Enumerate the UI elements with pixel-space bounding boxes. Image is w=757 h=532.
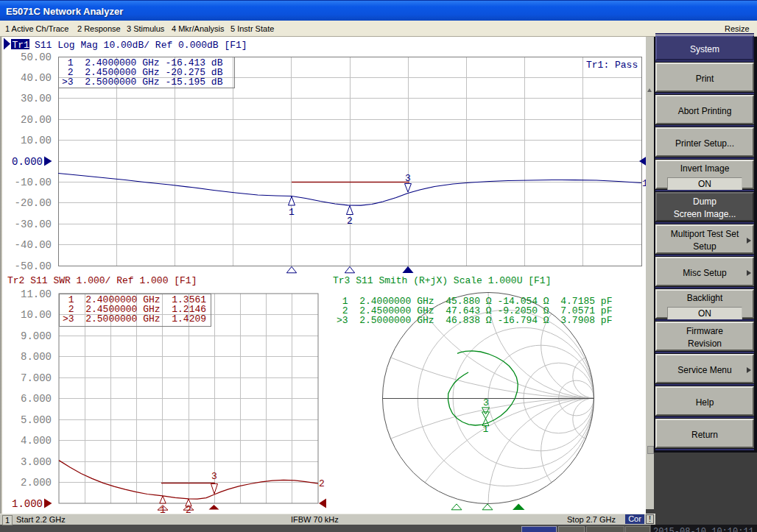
svg-text:10.00: 10.00 [21, 309, 52, 321]
svg-text:4.000: 4.000 [21, 435, 52, 447]
svg-text:-50.00: -50.00 [15, 260, 52, 272]
svg-text:-10.00: -10.00 [15, 177, 52, 188]
svg-text:S11 Log Mag 10.00dB/ Ref 0.000: S11 Log Mag 10.00dB/ Ref 0.000dB [F1] [35, 40, 247, 51]
svg-text:>3 2.5000000 GHz 46.838 Ω -1: >3 2.5000000 GHz 46.838 Ω -16.794 Ω 3.79… [337, 315, 612, 326]
svg-text:0.000: 0.000 [12, 156, 43, 168]
svg-text:Tr1: Tr1 [13, 40, 30, 51]
svg-text:Tr1: Pass: Tr1: Pass [586, 60, 638, 71]
svg-text:6.000: 6.000 [21, 393, 52, 405]
svg-text:8.000: 8.000 [21, 351, 52, 363]
svg-text:Tr3 S11 Smith (R+jX) Scale 1.0: Tr3 S11 Smith (R+jX) Scale 1.000U [F1] [333, 275, 551, 286]
svg-text:1: 1 [483, 424, 489, 435]
svg-text:-20.00: -20.00 [15, 197, 52, 209]
svg-text:50.00: 50.00 [21, 52, 52, 63]
svg-text:3: 3 [483, 397, 489, 408]
svg-text:>3 2.5000000 GHz -15.195 dB: >3 2.5000000 GHz -15.195 dB [62, 77, 223, 88]
svg-text:20.00: 20.00 [21, 114, 52, 126]
svg-text:-40.00: -40.00 [15, 239, 52, 251]
svg-text:>3 2.5000000 GHz 1.4209: >3 2.5000000 GHz 1.4209 [63, 313, 206, 324]
svg-text:1: 1 [289, 207, 295, 218]
svg-text:40.00: 40.00 [21, 72, 52, 84]
svg-text:2: 2 [347, 216, 353, 227]
svg-text:11.00: 11.00 [21, 288, 52, 300]
svg-text:-30.00: -30.00 [15, 219, 52, 230]
svg-text:3: 3 [405, 173, 411, 184]
svg-text:30.00: 30.00 [21, 93, 52, 104]
svg-text:9.000: 9.000 [21, 330, 52, 342]
svg-text:1.000: 1.000 [12, 498, 43, 510]
svg-text:5.000: 5.000 [21, 414, 52, 426]
svg-text:10.00: 10.00 [21, 135, 52, 146]
svg-text:2: 2 [319, 478, 325, 489]
svg-text:2.000: 2.000 [21, 477, 52, 489]
svg-text:3.000: 3.000 [21, 456, 52, 468]
svg-text:Tr2 S11 SWR 1.000/ Ref 1.000 [: Tr2 S11 SWR 1.000/ Ref 1.000 [F1] [7, 275, 197, 286]
svg-text:7.000: 7.000 [21, 372, 52, 384]
svg-text:3: 3 [211, 471, 217, 482]
